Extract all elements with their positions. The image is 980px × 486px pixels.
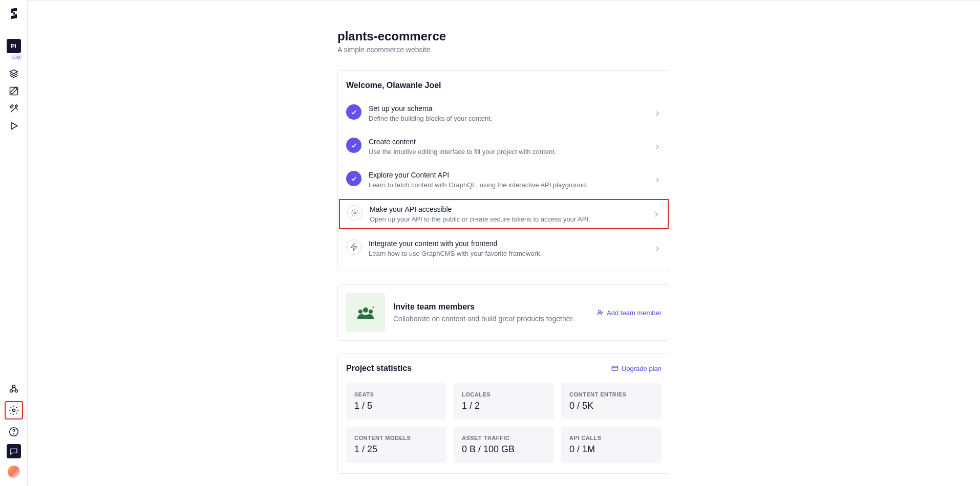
stats-grid: SEATS 1 / 5 LOCALES 1 / 2 CONTENT ENTRIE… <box>346 383 662 463</box>
task-create-content[interactable]: Create content Use the intuitive editing… <box>346 134 662 160</box>
stat-value: 0 / 5K <box>569 401 653 411</box>
bolt-icon <box>346 239 361 255</box>
svg-marker-1 <box>11 122 17 129</box>
stat-content-models: CONTENT MODELS 1 / 25 <box>346 427 446 463</box>
task-title: Integrate your content with your fronten… <box>369 239 646 248</box>
stat-value: 0 / 1M <box>569 444 653 455</box>
svg-point-3 <box>10 390 12 392</box>
task-desc: Open up your API to the public or create… <box>370 215 645 223</box>
sidebar-bottom <box>5 384 23 478</box>
chevron-right-icon <box>652 210 661 218</box>
stat-label: LOCALES <box>462 391 546 397</box>
team-icon: + <box>346 293 385 332</box>
stat-value: 1 / 2 <box>462 401 546 411</box>
stat-seats: SEATS 1 / 5 <box>346 383 446 419</box>
stat-value: 1 / 5 <box>354 401 438 411</box>
invite-desc: Collaborate on content and build great p… <box>393 315 588 323</box>
invite-link-label: Add team member <box>607 309 662 317</box>
webhooks-icon[interactable] <box>9 384 19 394</box>
stat-label: ASSET TRAFFIC <box>462 435 546 441</box>
chat-button[interactable] <box>7 444 21 458</box>
check-icon <box>346 171 361 186</box>
user-avatar[interactable] <box>8 466 20 478</box>
project-title: plants-ecommerce <box>337 29 670 43</box>
person-add-icon <box>596 309 604 316</box>
chevron-right-icon <box>653 245 662 253</box>
stat-value: 1 / 25 <box>354 444 438 455</box>
settings-icon <box>9 405 19 415</box>
stat-content-entries: CONTENT ENTRIES 0 / 5K <box>561 383 662 419</box>
main-content: plants-ecommerce A simple ecommerce webs… <box>28 0 980 486</box>
chevron-right-icon <box>653 176 662 184</box>
stats-card: Project statistics Upgrade plan SEATS 1 … <box>337 353 670 474</box>
stat-asset-traffic: ASSET TRAFFIC 0 B / 100 GB <box>454 427 554 463</box>
task-desc: Learn to fetch content with GraphQL, usi… <box>369 181 646 189</box>
schema-icon[interactable] <box>9 69 19 79</box>
stat-label: SEATS <box>354 391 438 397</box>
task-explore-api[interactable]: Explore your Content API Learn to fetch … <box>346 167 662 193</box>
playground-icon[interactable] <box>9 121 19 131</box>
task-api-accessible-highlighted[interactable]: Make your API accessible Open up your AP… <box>339 199 669 229</box>
svg-point-11 <box>358 310 363 314</box>
stats-title: Project statistics <box>346 364 412 373</box>
content-icon[interactable] <box>9 86 19 96</box>
svg-point-8 <box>354 212 356 214</box>
welcome-card: Welcome, Olawanle Joel Set up your schem… <box>337 70 670 272</box>
task-title: Set up your schema <box>369 104 646 113</box>
sidebar-top: Pl M <box>7 8 21 131</box>
task-desc: Learn how to use GraphCMS with your favo… <box>369 250 646 257</box>
svg-text:+: + <box>372 305 375 310</box>
svg-point-4 <box>15 390 17 392</box>
gear-icon <box>347 205 363 220</box>
add-team-member-link[interactable]: Add team member <box>596 309 662 317</box>
task-integrate-frontend[interactable]: Integrate your content with your fronten… <box>346 235 662 261</box>
sidebar: Pl M <box>0 0 28 486</box>
stat-locales: LOCALES 1 / 2 <box>454 383 554 419</box>
svg-point-7 <box>13 434 14 434</box>
assets-icon[interactable] <box>9 103 19 114</box>
logo-icon[interactable] <box>8 8 20 20</box>
svg-point-5 <box>12 409 15 412</box>
chevron-right-icon <box>653 143 662 151</box>
stat-label: CONTENT MODELS <box>354 435 438 441</box>
upgrade-plan-link[interactable]: Upgrade plan <box>611 365 662 372</box>
card-icon <box>611 365 619 372</box>
project-badge-text: Pl <box>11 43 16 49</box>
svg-marker-9 <box>351 244 357 250</box>
task-desc: Define the building blocks of your conte… <box>369 115 646 122</box>
invite-title: Invite team members <box>393 302 588 312</box>
stat-label: CONTENT ENTRIES <box>569 391 653 397</box>
check-icon <box>346 104 361 120</box>
check-icon <box>346 138 361 153</box>
svg-rect-15 <box>612 366 618 370</box>
stat-label: API CALLS <box>569 435 653 441</box>
task-setup-schema[interactable]: Set up your schema Define the building b… <box>346 100 662 126</box>
chevron-right-icon <box>653 109 662 118</box>
project-badge[interactable]: Pl M <box>7 39 21 53</box>
task-title: Make your API accessible <box>370 205 645 213</box>
settings-button-highlighted[interactable] <box>5 401 23 419</box>
help-icon[interactable] <box>9 427 19 437</box>
project-subtitle: A simple ecommerce website <box>337 46 670 54</box>
svg-point-14 <box>599 310 601 313</box>
task-list: Set up your schema Define the building b… <box>346 100 662 261</box>
welcome-title: Welcome, Olawanle Joel <box>346 81 662 90</box>
upgrade-label: Upgrade plan <box>622 365 662 372</box>
project-badge-sub: M <box>11 54 22 60</box>
task-title: Explore your Content API <box>369 171 646 179</box>
task-desc: Use the intuitive editing interface to f… <box>369 148 646 156</box>
svg-point-10 <box>363 307 368 313</box>
task-title: Create content <box>369 138 646 146</box>
invite-card: + Invite team members Collaborate on con… <box>337 284 670 341</box>
stat-value: 0 B / 100 GB <box>462 444 546 455</box>
svg-point-12 <box>369 310 373 314</box>
stat-api-calls: API CALLS 0 / 1M <box>561 427 662 463</box>
